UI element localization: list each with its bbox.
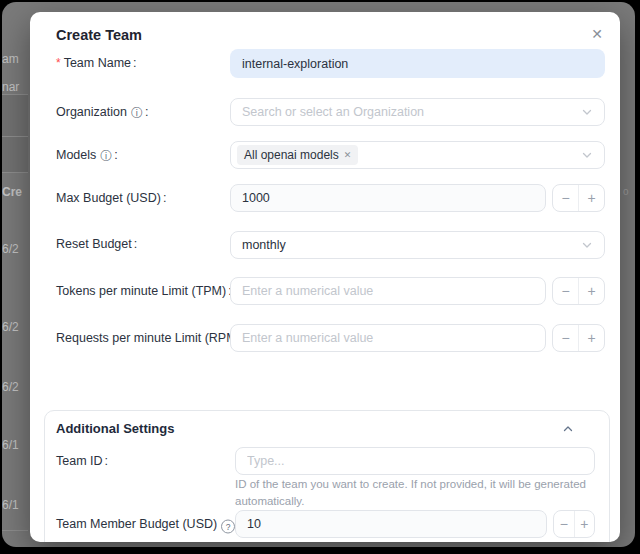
label-colon: : — [163, 191, 166, 205]
create-team-modal: Create Team ✕ *Team Name: Organizationⓘ:… — [30, 12, 620, 542]
additional-settings-title[interactable]: Additional Settings — [56, 421, 174, 436]
decrement-button[interactable]: − — [554, 511, 574, 537]
info-icon[interactable]: ⓘ — [131, 104, 143, 122]
organization-select[interactable]: Search or select an Organization — [230, 98, 605, 126]
bg-table-fragment: 6/2 — [2, 380, 19, 394]
chevron-down-icon — [581, 149, 593, 161]
bg-table-fragment: 6/2 — [2, 242, 19, 256]
rpm-input[interactable] — [230, 324, 546, 352]
max-budget-label-text: Max Budget (USD) — [56, 191, 161, 205]
bg-table-fragment: Cre — [2, 185, 22, 199]
team-id-label: Team ID: — [56, 452, 108, 470]
team-id-help-text: ID of the team you want to create. If no… — [235, 476, 607, 510]
chevron-up-icon[interactable] — [562, 423, 574, 435]
team-name-label-text: Team Name — [64, 56, 131, 70]
bg-table-fragment: nar — [2, 80, 19, 94]
info-icon[interactable]: ⓘ — [100, 147, 112, 165]
chevron-down-icon — [581, 239, 593, 251]
tpm-label: Tokens per minute Limit (TPM): — [56, 282, 232, 300]
bg-table-fragment: 6/2 — [2, 320, 19, 334]
reset-budget-label: Reset Budget: — [56, 235, 137, 253]
label-colon: : — [114, 148, 117, 162]
tpm-label-text: Tokens per minute Limit (TPM) — [56, 284, 226, 298]
organization-placeholder: Search or select an Organization — [242, 105, 581, 119]
increment-button[interactable]: + — [579, 185, 604, 211]
models-select[interactable]: All openai models ✕ — [230, 141, 605, 169]
reset-budget-select[interactable]: monthly — [230, 231, 605, 259]
label-colon: : — [133, 56, 136, 70]
models-label: Modelsⓘ: — [56, 146, 118, 164]
models-label-text: Models — [56, 148, 96, 162]
decrement-button[interactable]: − — [553, 325, 578, 351]
close-icon[interactable]: ✕ — [586, 23, 608, 45]
bg-table-fragment: 6/1 — [2, 438, 19, 452]
required-asterisk: * — [56, 56, 61, 70]
label-colon: : — [145, 105, 148, 119]
label-colon: : — [105, 454, 108, 468]
bg-divider — [2, 530, 28, 531]
team-name-label: *Team Name: — [56, 54, 137, 72]
modal-title: Create Team — [56, 27, 142, 43]
reset-budget-label-text: Reset Budget — [56, 237, 132, 251]
bg-row-shade — [2, 137, 28, 172]
bg-table-fragment: 6/1 — [2, 498, 19, 512]
member-budget-label: Team Member Budget (USD)?: — [56, 515, 241, 533]
member-budget-stepper: − + — [553, 510, 595, 538]
team-id-label-text: Team ID — [56, 454, 103, 468]
screen: am nar Cre 6/2 6/2 6/2 6/1 6/1 o Create … — [0, 0, 640, 554]
bg-divider — [2, 172, 28, 173]
max-budget-input[interactable] — [230, 184, 546, 212]
model-tag-label: All openai models — [244, 148, 339, 162]
member-budget-label-text: Team Member Budget (USD) — [56, 517, 217, 531]
rpm-label-text: Requests per minute Limit (RPM) — [56, 331, 241, 345]
decrement-button[interactable]: − — [553, 185, 578, 211]
chevron-down-icon — [581, 106, 593, 118]
increment-button[interactable]: + — [575, 511, 595, 537]
tag-close-icon[interactable]: ✕ — [344, 150, 352, 160]
rpm-label: Requests per minute Limit (RPM): — [56, 329, 246, 347]
label-colon: : — [134, 237, 137, 251]
increment-button[interactable]: + — [579, 278, 604, 304]
max-budget-stepper: − + — [552, 184, 605, 212]
reset-budget-value: monthly — [242, 238, 581, 252]
organization-label: Organizationⓘ: — [56, 103, 148, 121]
model-tag: All openai models ✕ — [237, 145, 358, 165]
bg-table-fragment: am — [2, 52, 19, 66]
increment-button[interactable]: + — [579, 325, 604, 351]
member-budget-input[interactable] — [235, 510, 547, 538]
tpm-stepper: − + — [552, 277, 605, 305]
bg-row-shade — [2, 95, 28, 136]
bg-table-fragment: o — [623, 186, 629, 197]
decrement-button[interactable]: − — [553, 278, 578, 304]
max-budget-label: Max Budget (USD): — [56, 189, 166, 207]
team-id-input[interactable] — [235, 447, 595, 475]
tpm-input[interactable] — [230, 277, 546, 305]
organization-label-text: Organization — [56, 105, 127, 119]
rpm-stepper: − + — [552, 324, 605, 352]
help-question-icon[interactable]: ? — [221, 520, 235, 534]
team-name-input[interactable] — [230, 49, 605, 78]
